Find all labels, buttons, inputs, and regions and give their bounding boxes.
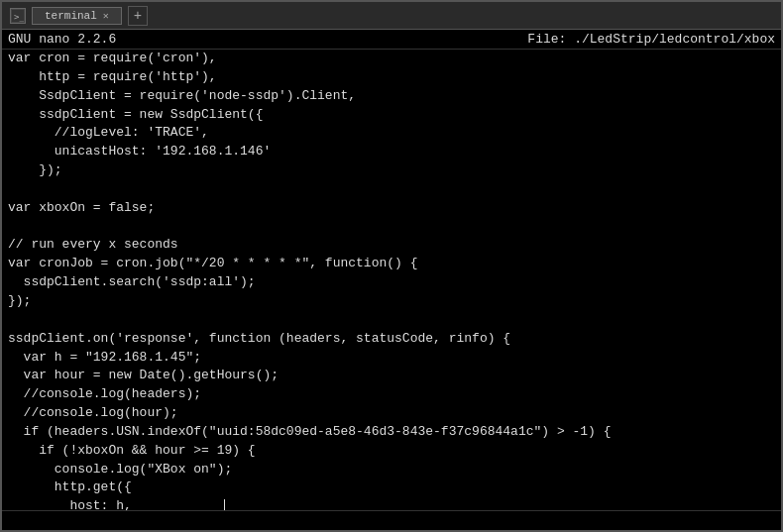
title-bar-left: >_ terminal ✕ + xyxy=(10,6,148,26)
code-area[interactable]: var cron = require('cron'), http = requi… xyxy=(2,50,781,510)
code-line: var h = "192.168.1.45"; xyxy=(2,349,781,368)
code-line: http.get({ xyxy=(2,479,781,497)
code-line: if (headers.USN.indexOf("uuid:58dc09ed-a… xyxy=(2,423,781,442)
code-line xyxy=(2,311,781,330)
tab-title: terminal xyxy=(45,10,97,22)
code-line: http = require('http'), xyxy=(2,68,781,87)
new-tab-button[interactable]: + xyxy=(128,6,148,26)
code-line: if (!xboxOn && hour >= 19) { xyxy=(2,442,781,461)
svg-text:>_: >_ xyxy=(14,12,24,22)
code-line: // run every x seconds xyxy=(2,236,781,255)
code-line: var cronJob = cron.job("*/20 * * * * *",… xyxy=(2,255,781,273)
terminal-icon: >_ xyxy=(10,8,26,24)
nano-footer xyxy=(2,510,781,530)
code-line xyxy=(2,218,781,237)
code-line: var hour = new Date().getHours(); xyxy=(2,367,781,385)
title-bar: >_ terminal ✕ + xyxy=(2,2,781,30)
code-line: host: h, xyxy=(2,497,781,510)
code-line: //console.log(headers); xyxy=(2,385,781,404)
code-line: var cron = require('cron'), xyxy=(2,50,781,68)
title-tab[interactable]: terminal ✕ xyxy=(32,7,122,25)
code-line: ssdpClient.search('ssdp:all'); xyxy=(2,273,781,292)
text-cursor xyxy=(224,499,225,510)
code-line: var xboxOn = false; xyxy=(2,199,781,218)
code-line: //console.log(hour); xyxy=(2,404,781,423)
code-line: SsdpClient = require('node-ssdp').Client… xyxy=(2,87,781,106)
code-line: ssdpClient = new SsdpClient({ xyxy=(2,106,781,125)
nano-version: GNU nano 2.2.6 xyxy=(8,32,116,47)
code-line: }); xyxy=(2,161,781,180)
code-line: ssdpClient.on('response', function (head… xyxy=(2,330,781,349)
code-line: //logLevel: 'TRACE', xyxy=(2,124,781,143)
code-line: console.log("XBox on"); xyxy=(2,461,781,479)
nano-header: GNU nano 2.2.6 File: ./LedStrip/ledcontr… xyxy=(2,30,781,50)
code-line: unicastHost: '192.168.1.146' xyxy=(2,143,781,161)
code-line xyxy=(2,180,781,199)
file-path: File: ./LedStrip/ledcontrol/xbox xyxy=(527,32,775,47)
window-frame: >_ terminal ✕ + GNU nano 2.2.6 File: ./L… xyxy=(0,0,783,532)
code-line: }); xyxy=(2,292,781,311)
close-icon[interactable]: ✕ xyxy=(103,10,109,22)
